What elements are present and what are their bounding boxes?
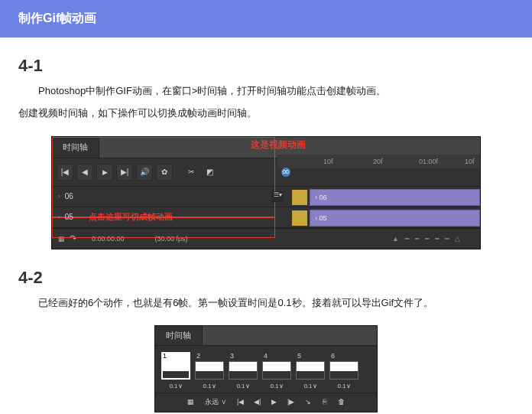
prev-frame-button[interactable]: ◀| <box>252 396 263 407</box>
playhead-icon[interactable]: 00 <box>281 168 290 177</box>
annotation-video-label: 这是视频动画 <box>251 139 306 152</box>
duplicate-frame-button[interactable]: ⎘ <box>320 396 330 407</box>
tween-button[interactable]: ↘ <box>303 396 313 407</box>
section2-paragraph-1: 已经画好的6个动作，也就是有6帧。第一帧设置时间是0.1秒。接着就可以导出Gif… <box>18 294 514 311</box>
animation-frame[interactable]: 20.1∨ <box>195 352 224 390</box>
clip-thumbnail <box>291 189 308 206</box>
delete-frame-button[interactable]: 🗑 <box>336 396 347 407</box>
annotation-switch-label: 点击这里可切成帧动画 <box>89 211 173 223</box>
section-number-1: 4-1 <box>18 56 532 76</box>
frame-thumbnail <box>229 361 258 380</box>
animation-frame[interactable]: 40.1∨ <box>262 352 291 390</box>
convert-video-icon[interactable]: ▦ <box>185 396 196 407</box>
time-ruler[interactable]: 10f 20f 01:00f 10f <box>277 155 480 168</box>
header-title: 制作Gif帧动画 <box>18 11 96 24</box>
frame-number: 5 <box>296 352 325 361</box>
frame-number: 3 <box>229 352 258 361</box>
clip-thumbnail <box>291 210 308 227</box>
ruler-tick: 01:00f <box>419 158 438 165</box>
animation-frame[interactable]: 50.1∨ <box>296 352 325 390</box>
frame-delay-dropdown[interactable]: 0.1∨ <box>229 383 258 390</box>
section1-paragraph-2: 创建视频时间轴，如下操作可以切换成帧动画时间轴。 <box>18 104 514 122</box>
frames-strip: 10.1∨20.1∨30.1∨40.1∨50.1∨60.1∨ <box>155 346 377 393</box>
animation-frame[interactable]: 10.1∨ <box>161 352 190 390</box>
frame-delay-dropdown[interactable]: 0.1∨ <box>262 383 291 390</box>
frame-thumbnail <box>329 361 358 380</box>
frame-toolbar: ▦ 永远 ∨ |◀ ◀| ▶ |▶ ↘ ⎘ 🗑 <box>155 393 377 412</box>
frame-timeline-panel: 时间轴 10.1∨20.1∨30.1∨40.1∨50.1∨60.1∨ ▦ 永远 … <box>154 325 378 412</box>
animation-frame[interactable]: 60.1∨ <box>329 352 358 390</box>
video-timeline-panel: 时间轴 这是视频动画 10f 20f 01:00f 10f 00 |◀ ◀ ▶ … <box>51 136 481 249</box>
animation-frame[interactable]: 30.1∨ <box>229 352 258 390</box>
loop-dropdown[interactable]: 永远 ∨ <box>202 397 229 407</box>
play-button[interactable]: ▶ <box>269 396 280 407</box>
frame-delay-dropdown[interactable]: 0.1∨ <box>296 383 325 390</box>
frame-number: 1 <box>161 352 190 361</box>
track-name: 06 <box>65 192 73 200</box>
video-clip[interactable]: › 05 <box>310 210 480 227</box>
page-header: 制作Gif帧动画 <box>0 0 532 37</box>
first-frame-button[interactable]: |◀ <box>235 396 246 407</box>
frame-thumbnail <box>195 361 224 380</box>
section-number-2: 4-2 <box>18 268 532 288</box>
frame-thumbnail <box>262 361 291 380</box>
ruler-tick: 20f <box>373 158 383 165</box>
ruler-tick: 10f <box>323 158 333 165</box>
next-frame-button[interactable]: |▶ <box>286 396 297 407</box>
frame-thumbnail <box>296 361 325 380</box>
ruler-tick: 10f <box>465 158 475 165</box>
frame-delay-dropdown[interactable]: 0.1∨ <box>161 383 190 390</box>
annotation-box-top <box>52 137 275 218</box>
frame-delay-dropdown[interactable]: 0.1∨ <box>329 383 358 390</box>
chevron-right-icon[interactable]: › <box>58 193 60 200</box>
frame-thumbnail <box>161 361 190 380</box>
timeline-tab[interactable]: 时间轴 <box>155 326 203 345</box>
section1-paragraph-1: Photoshop中制作GIF动画，在窗口>时间轴，打开时间轴功能点击创建帧动画… <box>18 82 514 99</box>
video-clip[interactable]: › 06 <box>310 189 480 206</box>
chevron-right-icon[interactable]: › <box>58 214 60 220</box>
frame-number: 6 <box>329 352 358 361</box>
frame-number: 2 <box>195 352 224 361</box>
frame-delay-dropdown[interactable]: 0.1∨ <box>195 383 224 390</box>
track-name: 05 <box>65 213 73 221</box>
zoom-slider[interactable]: ▲━━━━━△ <box>392 235 466 243</box>
track-menu-icon[interactable]: ☰▾ <box>271 191 284 202</box>
frame-number: 4 <box>262 352 291 361</box>
panel-tab-bar: 时间轴 <box>155 326 377 346</box>
